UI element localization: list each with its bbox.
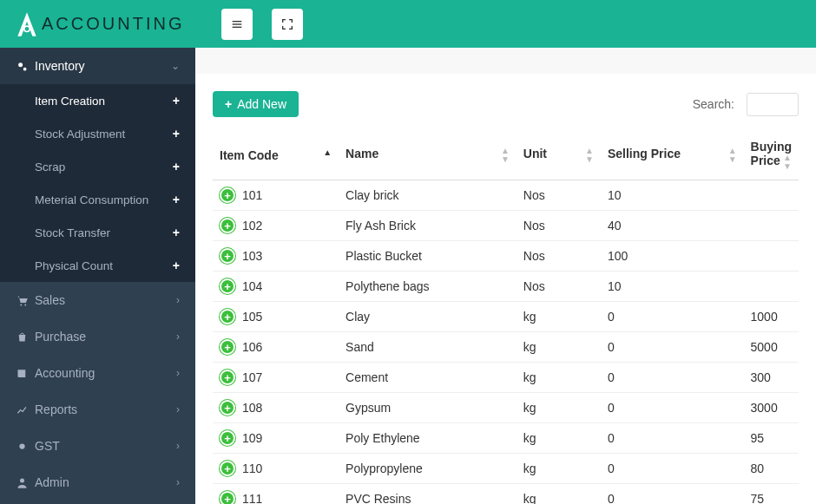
cell-unit: kg bbox=[517, 332, 601, 363]
table-row: +108Gypsumkg03000 bbox=[213, 393, 799, 423]
col-label: Name bbox=[345, 147, 378, 160]
table-row: +109Poly Ethylenekg095 bbox=[213, 423, 799, 454]
col-header-item-code[interactable]: Item Code ▲ bbox=[213, 131, 339, 180]
sidebar-item-inventory[interactable]: Inventory ⌄ bbox=[0, 48, 195, 84]
col-header-unit[interactable]: Unit ▲▼ bbox=[517, 131, 601, 180]
cell-name: Polythene bags bbox=[339, 272, 517, 302]
sidebar-sub-stock-adjustment[interactable]: Stock Adjustment + bbox=[0, 117, 195, 150]
sidebar-sub-label: Meterial Consumption bbox=[35, 193, 173, 206]
plus-icon: + bbox=[173, 226, 180, 239]
cell-name: Polypropylene bbox=[339, 454, 517, 484]
brand-logo[interactable]: ACCOUNTING bbox=[0, 0, 195, 48]
sidebar-item-accounting[interactable]: Accounting › bbox=[0, 355, 195, 391]
sidebar-sub-physical-count[interactable]: Physical Count + bbox=[0, 249, 195, 282]
main-content: + Add New Search: Item Code ▲ bbox=[195, 48, 816, 504]
col-label: Item Code bbox=[220, 148, 279, 162]
cell-buying-price bbox=[744, 180, 799, 211]
brand-name: ACCOUNTING bbox=[42, 14, 184, 34]
sidebar-item-label: GST bbox=[35, 439, 176, 453]
sidebar-item-label: Inventory bbox=[35, 59, 171, 73]
book-icon bbox=[16, 367, 35, 380]
cell-item-code: 108 bbox=[242, 401, 262, 415]
sidebar-item-purchase[interactable]: Purchase › bbox=[0, 318, 195, 355]
cell-selling-price: 0 bbox=[601, 393, 744, 423]
expand-row-button[interactable]: + bbox=[220, 461, 235, 476]
sidebar: Inventory ⌄ Item Creation + Stock Adjust… bbox=[0, 48, 195, 504]
sidebar-sub-label: Item Creation bbox=[35, 95, 173, 108]
cell-name: PVC Resins bbox=[339, 484, 517, 505]
svg-point-0 bbox=[24, 26, 30, 31]
sidebar-item-label: Admin bbox=[35, 475, 176, 489]
cell-item-code: 102 bbox=[242, 219, 262, 232]
expand-row-button[interactable]: + bbox=[220, 187, 235, 203]
cell-buying-price: 5000 bbox=[744, 332, 799, 363]
col-header-buying-price[interactable]: Buying Price ▲▼ bbox=[744, 131, 799, 180]
col-header-selling-price[interactable]: Selling Price ▲▼ bbox=[601, 131, 744, 180]
cell-name: Clay bbox=[339, 302, 517, 332]
expand-row-button[interactable]: + bbox=[220, 491, 235, 504]
cell-selling-price: 10 bbox=[601, 180, 744, 211]
col-label: Unit bbox=[523, 147, 547, 160]
expand-row-button[interactable]: + bbox=[220, 370, 235, 385]
cell-item-code: 103 bbox=[242, 249, 262, 263]
table-row: +110Polypropylenekg080 bbox=[213, 454, 799, 484]
plus-icon: + bbox=[225, 97, 232, 111]
expand-row-button[interactable]: + bbox=[220, 430, 235, 446]
sidebar-sub-label: Stock Adjustment bbox=[35, 128, 173, 141]
plus-icon: + bbox=[173, 160, 180, 173]
table-row: +106Sandkg05000 bbox=[213, 332, 799, 363]
search-input[interactable] bbox=[747, 93, 799, 116]
cart-icon bbox=[16, 294, 35, 307]
expand-row-button[interactable]: + bbox=[220, 248, 235, 264]
chevron-right-icon: › bbox=[176, 331, 180, 343]
expand-row-button[interactable]: + bbox=[220, 309, 235, 324]
sidebar-sub-label: Stock Transfer bbox=[35, 226, 173, 239]
cell-item-code: 101 bbox=[242, 188, 262, 202]
sidebar-item-reports[interactable]: Reports › bbox=[0, 391, 195, 428]
sidebar-item-label: Accounting bbox=[35, 366, 176, 380]
cell-buying-price bbox=[744, 241, 799, 272]
cell-unit: kg bbox=[517, 423, 601, 454]
sidebar-item-admin[interactable]: Admin › bbox=[0, 464, 195, 501]
cell-selling-price: 0 bbox=[601, 484, 744, 505]
col-header-name[interactable]: Name ▲▼ bbox=[339, 131, 517, 180]
cell-buying-price: 1000 bbox=[744, 302, 799, 332]
cell-unit: Nos bbox=[517, 180, 601, 211]
cell-item-code: 109 bbox=[242, 431, 262, 445]
expand-row-button[interactable]: + bbox=[220, 400, 235, 416]
sort-icon: ▲▼ bbox=[585, 147, 594, 164]
sidebar-item-gst[interactable]: GST › bbox=[0, 428, 195, 464]
cell-unit: Nos bbox=[517, 241, 601, 272]
expand-row-button[interactable]: + bbox=[220, 339, 235, 355]
table-row: +105Claykg01000 bbox=[213, 302, 799, 332]
add-new-button[interactable]: + Add New bbox=[213, 91, 299, 117]
fullscreen-button[interactable] bbox=[272, 9, 303, 40]
cell-name: Sand bbox=[339, 332, 517, 363]
plus-icon: + bbox=[173, 193, 180, 206]
sidebar-sub-stock-transfer[interactable]: Stock Transfer + bbox=[0, 216, 195, 249]
sidebar-sub-label: Physical Count bbox=[35, 259, 173, 272]
sidebar-item-sales[interactable]: Sales › bbox=[0, 282, 195, 318]
sidebar-item-label: Sales bbox=[35, 293, 176, 307]
sidebar-sub-item-creation[interactable]: Item Creation + bbox=[0, 84, 195, 117]
svg-point-9 bbox=[20, 478, 24, 482]
cell-item-code: 104 bbox=[242, 279, 262, 293]
sort-icon: ▲▼ bbox=[783, 154, 792, 171]
gears-icon bbox=[16, 60, 35, 73]
fullscreen-icon bbox=[280, 17, 294, 31]
expand-row-button[interactable]: + bbox=[220, 218, 235, 233]
svg-point-5 bbox=[23, 67, 27, 70]
search-label: Search: bbox=[693, 97, 734, 111]
menu-toggle-button[interactable] bbox=[221, 9, 253, 40]
chevron-right-icon: › bbox=[176, 294, 180, 306]
sidebar-sub-scrap[interactable]: Scrap + bbox=[0, 150, 195, 183]
chevron-right-icon: › bbox=[176, 476, 180, 488]
table-row: +111PVC Resinskg075 bbox=[213, 484, 799, 505]
sidebar-sub-material-consumption[interactable]: Meterial Consumption + bbox=[0, 183, 195, 216]
cell-unit: kg bbox=[517, 484, 601, 505]
chevron-right-icon: › bbox=[176, 440, 180, 452]
cell-name: Poly Ethylene bbox=[339, 423, 517, 454]
expand-row-button[interactable]: + bbox=[220, 278, 235, 294]
cell-unit: Nos bbox=[517, 211, 601, 241]
gear-icon bbox=[16, 440, 35, 453]
